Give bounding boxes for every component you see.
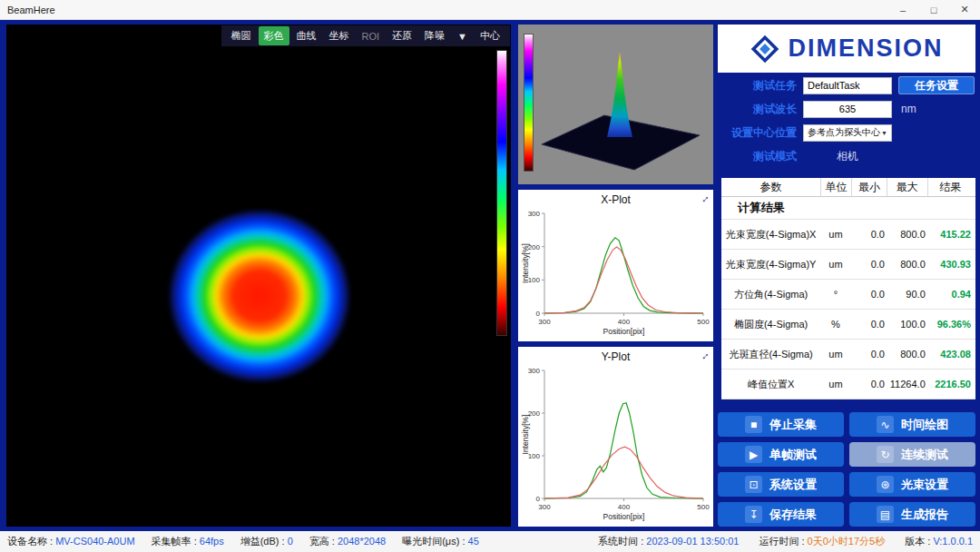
expand-icon[interactable]: ↕ (701, 350, 712, 362)
cell-result: 96.36% (927, 319, 975, 330)
maximize-icon[interactable]: □ (918, 0, 949, 19)
toolbar-palette-dropdown-button[interactable]: ▼ (452, 28, 473, 44)
generate-report-button[interactable]: ▤生成报告 (849, 502, 975, 527)
cell-max: 100.0 (887, 319, 927, 330)
cell-min: 0.0 (851, 349, 887, 360)
cell-result: 0.94 (927, 289, 975, 300)
svg-text:Position[pix]: Position[pix] (603, 327, 645, 336)
cell-unit: um (820, 259, 851, 270)
expand-icon[interactable]: ↕ (701, 193, 712, 205)
cell-result: 430.93 (927, 259, 975, 270)
action-button-label: 时间绘图 (901, 417, 948, 433)
cell-max: 800.0 (887, 349, 927, 360)
save-results-button[interactable]: ↧保存结果 (718, 502, 844, 527)
table-row: 光斑直径(4-Sigma)um0.0800.0423.08 (721, 340, 975, 370)
beam-toolbar: 椭圆彩色曲线坐标ROI还原降噪▼中心 (221, 25, 510, 46)
y-plot-chart: 3004005000100200300Position[pix]Intensit… (520, 363, 711, 524)
chevron-down-icon: ▼ (881, 130, 887, 136)
cell-min: 0.0 (851, 229, 887, 240)
toolbar-color-button[interactable]: 彩色 (259, 26, 289, 45)
svg-text:400: 400 (618, 503, 631, 511)
svg-text:Intensity[%]: Intensity[%] (521, 243, 530, 283)
close-icon[interactable]: ✕ (949, 0, 980, 19)
stop-icon: ■ (745, 416, 762, 433)
action-button-label: 停止采集 (769, 417, 817, 433)
save-icon: ↧ (745, 506, 762, 523)
center-position-row: 设置中心位置 参考点为探头中心 ▼ (718, 123, 975, 142)
svg-text:300: 300 (528, 210, 541, 218)
beam-3d-view[interactable] (518, 25, 713, 184)
cell-min: 0.0 (851, 289, 887, 300)
center-position-select[interactable]: 参考点为探头中心 ▼ (803, 124, 892, 142)
action-button-label: 光束设置 (901, 477, 948, 493)
task-label: 测试任务 (718, 78, 803, 94)
status-item: 宽高 : 2048*2048 (309, 535, 386, 548)
header-result: 结果 (927, 178, 975, 196)
toolbar-denoise-button[interactable]: 降噪 (419, 26, 450, 45)
task-input[interactable] (803, 77, 892, 94)
time-plot-button[interactable]: ∿时间绘图 (849, 412, 975, 437)
header-max: 最大 (887, 178, 927, 196)
single-frame-test-button[interactable]: ▶单帧测试 (718, 442, 844, 467)
test-settings-form: 测试任务 任务设置 测试波长 nm 设置中心位置 参考点为探头中心 ▼ 测试模式… (718, 76, 975, 171)
y-plot-panel: Y-Plot ↕ 3004005000100200300Position[pix… (518, 347, 713, 527)
window-title: BeamHere (0, 5, 55, 15)
toolbar-curve-button[interactable]: 曲线 (291, 26, 322, 45)
toolbar-ellipse-button[interactable]: 椭圆 (226, 26, 257, 45)
stop-acquisition-button[interactable]: ■停止采集 (718, 412, 844, 437)
toolbar-restore-button[interactable]: 还原 (387, 26, 417, 45)
cell-param: 光斑直径(4-Sigma) (721, 348, 820, 361)
time-plot-icon: ∿ (877, 416, 894, 433)
status-item: 设备名称 : MV-CS040-A0UM (7, 535, 135, 548)
table-row: 光束宽度(4-Sigma)Xum0.0800.0415.22 (721, 220, 975, 250)
results-table: 参数 单位 最小 最大 结果 计算结果 光束宽度(4-Sigma)Xum0.08… (721, 178, 975, 399)
system-settings-button[interactable]: ⊡系统设置 (718, 472, 844, 497)
test-mode-label: 测试模式 (718, 149, 803, 164)
center-position-label: 设置中心位置 (718, 125, 803, 141)
cell-max: 800.0 (887, 229, 927, 240)
beam-3d-surface (518, 25, 713, 184)
section-title: 计算结果 (721, 197, 975, 220)
toolbar-roi-button[interactable]: ROI (357, 28, 386, 44)
cell-result: 2216.50 (927, 379, 975, 389)
cell-unit: um (820, 229, 851, 240)
cell-unit: um (820, 349, 851, 360)
cell-max: 11264.0 (887, 379, 927, 389)
table-row: 峰值位置Xum0.011264.02216.50 (721, 370, 975, 399)
cell-unit: % (820, 319, 851, 330)
header-unit: 单位 (820, 178, 851, 196)
table-row: 方位角(4-Sigma)°0.090.00.94 (721, 280, 975, 310)
toolbar-coords-button[interactable]: 坐标 (324, 26, 355, 45)
cell-param: 光束宽度(4-Sigma)Y (721, 258, 820, 271)
svg-text:500: 500 (697, 318, 710, 326)
window-controls: – □ ✕ (887, 0, 980, 19)
wavelength-row: 测试波长 nm (718, 100, 975, 118)
svg-text:Position[pix]: Position[pix] (603, 512, 645, 521)
cell-min: 0.0 (851, 319, 887, 330)
minimize-icon[interactable]: – (887, 0, 918, 19)
task-settings-button[interactable]: 任务设置 (898, 76, 975, 94)
test-mode-row: 测试模式 相机 (718, 147, 975, 165)
cell-unit: ° (820, 289, 851, 300)
x-plot-title: X-Plot (601, 193, 631, 206)
status-item: 采集帧率 : 64fps (152, 535, 224, 548)
wavelength-input[interactable] (803, 101, 892, 118)
monitor-icon: ⊡ (745, 476, 762, 493)
svg-text:300: 300 (538, 503, 551, 511)
beam-image-view[interactable]: 椭圆彩色曲线坐标ROI还原降噪▼中心 (6, 25, 511, 527)
laser-beam-spot (168, 209, 351, 383)
test-mode-value: 相机 (803, 149, 892, 164)
status-item: 版本 : V:1.0.0.1 (905, 535, 973, 548)
header-min: 最小 (851, 178, 887, 196)
y-plot-title: Y-Plot (602, 350, 631, 363)
beam-icon: ⊛ (877, 476, 894, 493)
toolbar-center-button[interactable]: 中心 (475, 26, 505, 45)
action-button-label: 生成报告 (901, 507, 948, 523)
cell-param: 光束宽度(4-Sigma)X (721, 228, 820, 242)
svg-text:300: 300 (538, 318, 551, 326)
action-buttons: ■停止采集∿时间绘图▶单帧测试↻连续测试⊡系统设置⊛光束设置↧保存结果▤生成报告 (718, 412, 975, 527)
header-param: 参数 (721, 178, 820, 196)
status-item: 运行时间 : 0天0小时17分5秒 (759, 535, 885, 548)
wavelength-label: 测试波长 (718, 102, 803, 117)
beam-settings-button[interactable]: ⊛光束设置 (849, 472, 975, 497)
